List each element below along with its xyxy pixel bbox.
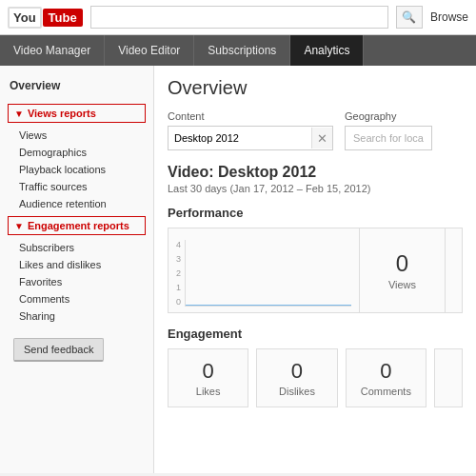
nav-item-video-editor[interactable]: Video Editor	[105, 35, 194, 66]
sidebar-item-demographics[interactable]: Demographics	[0, 144, 153, 161]
logo: YouTube	[8, 7, 83, 29]
chart-y-labels: 4 3 2 1 0	[176, 240, 181, 307]
content-input[interactable]	[169, 132, 311, 144]
sidebar-item-traffic-sources[interactable]: Traffic sources	[0, 178, 153, 195]
content-clear-button[interactable]: ✕	[311, 128, 332, 149]
engagement-reports-arrow: ▼	[14, 221, 24, 231]
geography-placeholder-text: Search for loca	[353, 132, 424, 144]
engagement-reports-label: Engagement reports	[28, 220, 129, 231]
sidebar-item-sharing[interactable]: Sharing	[0, 307, 153, 325]
perf-chart-area: 4 3 2 1 0	[169, 228, 359, 312]
engagement-card-extra	[434, 348, 463, 407]
sidebar-item-subscribers[interactable]: Subscribers	[0, 239, 153, 256]
y-label-1: 1	[176, 283, 181, 292]
sidebar: Overview ▼ Views reports Views Demograph…	[0, 66, 154, 473]
sidebar-item-favorites[interactable]: Favorites	[0, 273, 153, 290]
dislikes-number: 0	[291, 359, 303, 384]
sidebar-item-comments[interactable]: Comments	[0, 290, 153, 307]
main-content: Overview Content ✕ Geography Search for …	[154, 66, 476, 473]
sidebar-item-playback-locations[interactable]: Playback locations	[0, 161, 153, 178]
video-date-range: Last 30 days (Jan 17, 2012 – Feb 15, 201…	[168, 183, 463, 194]
nav-item-subscriptions[interactable]: Subscriptions	[194, 35, 290, 66]
engagement-cards: 0 Likes 0 Dislikes 0 Comments	[168, 348, 463, 407]
sidebar-overview-label: Overview	[0, 75, 153, 100]
engagement-section: Engagement 0 Likes 0 Dislikes 0 Comments	[168, 327, 463, 407]
y-label-3: 3	[176, 254, 181, 264]
nav-item-analytics[interactable]: Analytics	[290, 35, 364, 66]
y-label-0: 0	[176, 297, 181, 307]
content-input-row: ✕	[168, 126, 333, 150]
browse-label: Browse	[430, 10, 468, 24]
chart-inner	[185, 240, 351, 307]
content-filter-group: Content ✕	[168, 110, 333, 150]
engagement-reports-header[interactable]: ▼ Engagement reports	[8, 216, 146, 235]
dislikes-label: Dislikes	[279, 386, 315, 397]
search-input[interactable]	[90, 6, 388, 29]
views-reports-label: Views reports	[28, 108, 96, 119]
views-reports-header[interactable]: ▼ Views reports	[8, 104, 146, 123]
engagement-card-likes: 0 Likes	[168, 348, 248, 407]
video-title: Video: Desktop 2012	[168, 164, 463, 181]
header: YouTube 🔍 Browse	[0, 0, 476, 35]
sidebar-item-audience-retention[interactable]: Audience retention	[0, 195, 153, 212]
y-label-4: 4	[176, 240, 181, 249]
comments-number: 0	[380, 359, 391, 384]
sidebar-item-views[interactable]: Views	[0, 127, 153, 144]
filters: Content ✕ Geography Search for loca	[168, 110, 463, 150]
send-feedback-button[interactable]: Send feedback	[13, 338, 104, 362]
performance-header: Performance	[168, 206, 463, 220]
perf-views-label: Views	[388, 279, 416, 290]
geography-search[interactable]: Search for loca	[345, 126, 432, 150]
likes-number: 0	[203, 359, 214, 384]
perf-right-extra	[445, 228, 462, 312]
likes-label: Likes	[196, 386, 221, 397]
chart-line	[186, 305, 351, 306]
layout: Overview ▼ Views reports Views Demograph…	[0, 66, 476, 473]
search-button[interactable]: 🔍	[396, 6, 423, 29]
geography-label: Geography	[345, 110, 432, 122]
logo-tube: Tube	[43, 9, 83, 27]
nav-bar: Video Manager Video Editor Subscriptions…	[0, 35, 476, 66]
perf-views-number: 0	[396, 250, 408, 277]
video-title-section: Video: Desktop 2012 Last 30 days (Jan 17…	[168, 164, 463, 194]
page-title: Overview	[168, 77, 463, 99]
sidebar-item-likes-dislikes[interactable]: Likes and dislikes	[0, 256, 153, 273]
performance-section: Performance 4 3 2 1 0 0 Views	[168, 206, 463, 313]
nav-item-video-manager[interactable]: Video Manager	[0, 35, 105, 66]
engagement-card-comments: 0 Comments	[346, 348, 426, 407]
engagement-card-dislikes: 0 Dislikes	[256, 348, 337, 407]
logo-you: You	[8, 7, 42, 29]
geography-filter-group: Geography Search for loca	[345, 110, 432, 150]
performance-card: 4 3 2 1 0 0 Views	[168, 228, 463, 313]
y-label-2: 2	[176, 268, 181, 278]
content-label: Content	[168, 110, 333, 122]
engagement-header: Engagement	[168, 327, 463, 341]
comments-label: Comments	[361, 386, 411, 397]
views-reports-arrow: ▼	[14, 109, 24, 119]
perf-views-box: 0 Views	[359, 228, 445, 312]
